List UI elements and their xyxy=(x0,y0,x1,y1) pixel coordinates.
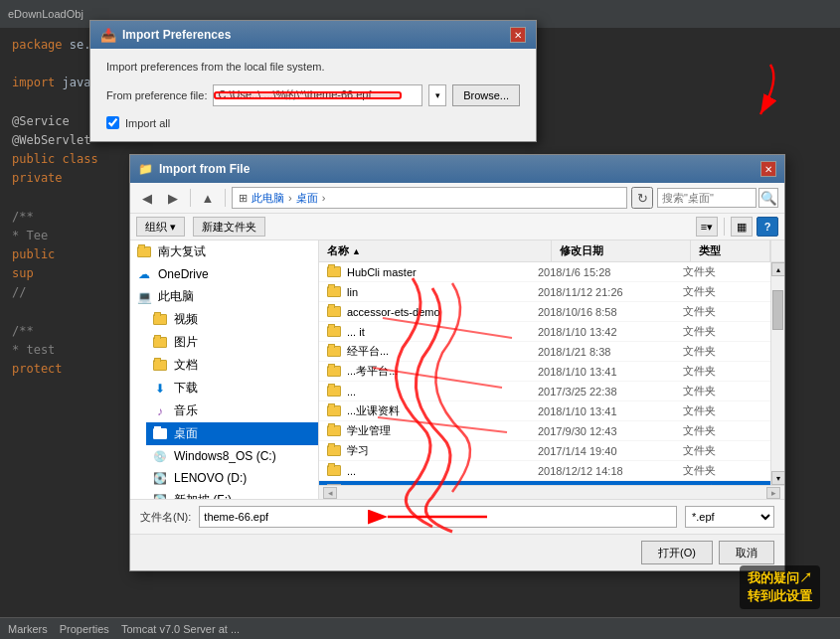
search-bar: 🔍 xyxy=(657,188,778,208)
file-list-header: 名称 ▲ 修改日期 类型 xyxy=(319,240,784,262)
tree-item-drive-d[interactable]: 💽 LENOVO (D:) xyxy=(146,467,318,489)
file-dialog-title-text: 📁 Import from File xyxy=(138,162,250,176)
view-button[interactable]: ≡▾ xyxy=(696,217,718,237)
tree-item-this-pc[interactable]: 💻 此电脑 xyxy=(130,285,318,308)
file-dialog-main: 南大复试 ☁ OneDrive 💻 此电脑 视频 图片 xyxy=(130,240,784,499)
nav-forward-button[interactable]: ▶ xyxy=(162,187,184,209)
search-input[interactable] xyxy=(657,188,756,208)
file-dialog-nav-toolbar: ◀ ▶ ▲ ⊞ 此电脑 › 桌面 › ↻ 🔍 xyxy=(130,183,784,214)
status-bar: Markers Properties Tomcat v7.0 Server at… xyxy=(0,617,840,639)
file-list-scrollbar[interactable]: ▴ ▾ xyxy=(770,262,784,485)
filename-input[interactable] xyxy=(199,506,677,528)
folder-row-icon xyxy=(327,326,341,337)
onedrive-icon: ☁ xyxy=(136,266,152,282)
folder-row-icon xyxy=(327,465,341,476)
help-button[interactable]: ? xyxy=(756,217,778,237)
tree-item-downloads[interactable]: ⬇ 下载 xyxy=(146,377,318,399)
drive-d-icon: 💽 xyxy=(152,470,168,486)
file-row[interactable]: 学业管理 2017/9/30 12:43 文件夹 xyxy=(319,421,770,441)
filename-label: 文件名(N): xyxy=(140,510,191,525)
tree-item-desktop[interactable]: 桌面 xyxy=(146,422,318,445)
toolbar2-left: 组织 ▾ 新建文件夹 xyxy=(136,217,265,237)
folder-dl-icon: ⬇ xyxy=(152,381,168,397)
folder-row-icon xyxy=(327,425,341,436)
status-server[interactable]: Tomcat v7.0 Server at ... xyxy=(121,623,240,635)
tree-item-nandafushi[interactable]: 南大复试 xyxy=(130,240,318,263)
scroll-up-arrow[interactable]: ▴ xyxy=(771,262,784,276)
status-properties[interactable]: Properties xyxy=(60,623,109,635)
pref-import-all-row: Import all xyxy=(106,116,520,129)
file-list-scroll[interactable]: HubCli master 2018/1/6 15:28 文件夹 lin 201… xyxy=(319,262,770,485)
file-row[interactable]: accessor-ets-demo 2018/10/16 8:58 文件夹 xyxy=(319,302,770,322)
tree-item-videos[interactable]: 视频 xyxy=(146,308,318,331)
search-button[interactable]: 🔍 xyxy=(758,188,778,208)
pref-browse-button[interactable]: Browse... xyxy=(452,84,520,106)
folder-row-icon xyxy=(327,266,341,277)
file-list: 名称 ▲ 修改日期 类型 HubCli master 2018/1/6 15:2… xyxy=(319,240,784,499)
scroll-thumb[interactable] xyxy=(772,290,783,330)
pref-file-row: From preference file: C:\Use..\ ...\%的\*… xyxy=(106,84,520,106)
pref-dialog: 📥 Import Preferences ✕ Import preference… xyxy=(89,20,537,142)
open-button[interactable]: 打开(O) xyxy=(641,541,713,564)
file-row[interactable]: ...业课资料 2018/1/10 13:41 文件夹 xyxy=(319,401,770,421)
file-list-hscrollbar[interactable]: ◂ ▸ xyxy=(319,485,784,499)
file-row[interactable]: 学习 2017/1/14 19:40 文件夹 xyxy=(319,441,770,461)
organize-button[interactable]: 组织 ▾ xyxy=(136,217,185,237)
file-row[interactable]: ... 2018/12/12 14:18 文件夹 xyxy=(319,461,770,481)
file-row[interactable]: ... 2017/3/25 22:38 文件夹 xyxy=(319,382,770,401)
pref-file-input[interactable]: C:\Use..\ ...\%的\*\theme-66.epf xyxy=(213,84,422,106)
file-row[interactable]: 经平台... 2018/1/21 8:38 文件夹 xyxy=(319,342,770,362)
tree-item-drive-f[interactable]: 💽 新加坡 (F:) xyxy=(146,489,318,499)
pref-file-label: From preference file: xyxy=(106,89,207,101)
pref-file-select-dropdown[interactable]: ▾ xyxy=(428,84,446,106)
status-markers[interactable]: Markers xyxy=(8,623,48,635)
pref-import-all-label: Import all xyxy=(125,117,170,129)
toolbar2-separator xyxy=(724,218,725,236)
pref-dialog-titlebar: 📥 Import Preferences ✕ xyxy=(90,21,536,49)
breadcrumb-desktop[interactable]: 桌面 xyxy=(296,191,318,206)
col-header-type[interactable]: 类型 xyxy=(691,240,770,261)
tree-item-documents[interactable]: 文档 xyxy=(146,354,318,377)
nav-refresh-button[interactable]: ↻ xyxy=(631,187,653,209)
ide-filename: eDownLoadObj xyxy=(8,8,84,20)
cancel-button[interactable]: 取消 xyxy=(719,541,774,564)
nav-back-button[interactable]: ◀ xyxy=(136,187,158,209)
pref-dialog-title: 📥 Import Preferences xyxy=(100,28,231,43)
folder-row-icon xyxy=(327,386,341,397)
tree-item-music[interactable]: ♪ 音乐 xyxy=(146,399,318,422)
scroll-left-arrow[interactable]: ◂ xyxy=(323,487,337,499)
scroll-right-arrow[interactable]: ▸ xyxy=(766,487,780,499)
pref-dialog-body: Import preferences from the local file s… xyxy=(90,49,536,141)
file-dialog-titlebar: 📁 Import from File ✕ xyxy=(130,155,784,183)
folder-video-icon xyxy=(152,312,168,328)
dialog-actions: 打开(O) 取消 xyxy=(130,534,784,570)
col-header-date[interactable]: 修改日期 xyxy=(552,240,691,261)
folder-row-icon xyxy=(327,445,341,456)
file-dialog-close-button[interactable]: ✕ xyxy=(760,161,776,177)
file-row[interactable]: ... it 2018/1/10 13:42 文件夹 xyxy=(319,322,770,342)
file-dialog: 📁 Import from File ✕ ◀ ▶ ▲ ⊞ 此电脑 › 桌面 › … xyxy=(129,154,785,571)
nav-up-button[interactable]: ▲ xyxy=(197,187,219,209)
pref-import-all-checkbox[interactable] xyxy=(106,116,119,129)
tree-item-drive-c[interactable]: 💿 Windows8_OS (C:) xyxy=(146,445,318,467)
scroll-down-arrow[interactable]: ▾ xyxy=(771,471,784,485)
new-folder-button[interactable]: 新建文件夹 xyxy=(193,217,265,237)
col-header-name[interactable]: 名称 ▲ xyxy=(319,240,552,261)
breadcrumb-this-pc[interactable]: 此电脑 xyxy=(252,191,284,206)
computer-icon: 💻 xyxy=(136,289,152,305)
tree-item-onedrive[interactable]: ☁ OneDrive xyxy=(130,263,318,285)
pref-dialog-close-button[interactable]: ✕ xyxy=(510,27,526,43)
watermark: 我的疑问↗转到此设置 xyxy=(740,565,820,609)
folder-doc-icon xyxy=(152,358,168,374)
file-row[interactable]: ...考平台... 2018/1/10 13:41 文件夹 xyxy=(319,362,770,382)
drive-c-icon: 💿 xyxy=(152,448,168,464)
view-large-icons-button[interactable]: ▦ xyxy=(731,217,753,237)
file-row[interactable]: HubCli master 2018/1/6 15:28 文件夹 xyxy=(319,262,770,282)
filetype-select[interactable]: *.epf xyxy=(685,506,774,528)
file-dialog-bottom-bar: 文件名(N): *.epf xyxy=(130,499,784,534)
folder-pic-icon xyxy=(152,335,168,351)
tree-item-pictures[interactable]: 图片 xyxy=(146,331,318,354)
file-row[interactable]: lin 2018/11/12 21:26 文件夹 xyxy=(319,282,770,302)
folder-row-icon xyxy=(327,366,341,377)
folder-row-icon xyxy=(327,405,341,416)
